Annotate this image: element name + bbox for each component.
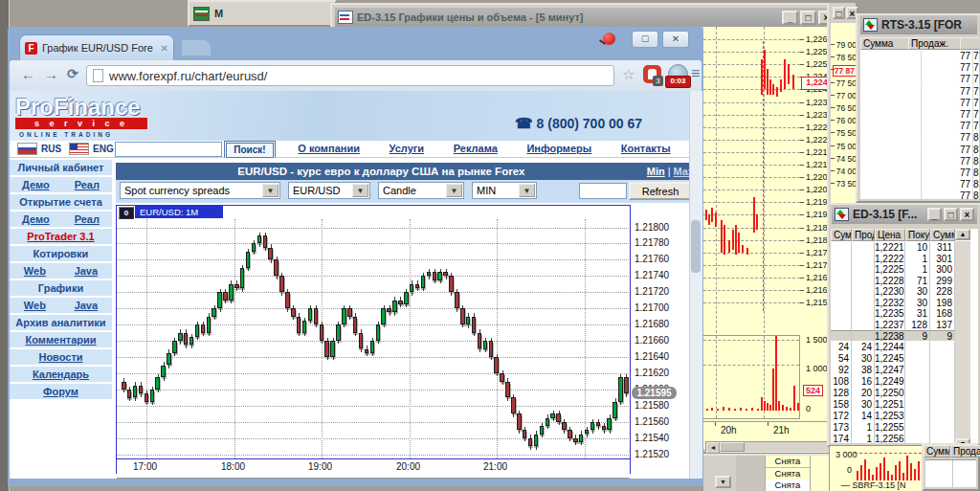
- scroll-thumb[interactable]: [720, 442, 745, 452]
- nav-link[interactable]: Информеры: [526, 143, 591, 154]
- book-cell: 1,2225: [875, 264, 905, 276]
- min-link[interactable]: Min: [647, 166, 665, 177]
- m-window[interactable]: М: [188, 0, 337, 27]
- search-button[interactable]: Поиск!: [224, 141, 276, 160]
- column-header[interactable]: Сумм: [831, 229, 852, 241]
- column-header[interactable]: Цена: [875, 229, 905, 241]
- reload-button[interactable]: ⟳: [67, 66, 78, 81]
- sidebar-item-web-java[interactable]: WebJava: [10, 263, 112, 279]
- chart-section-header: EUR/USD - курс евро к доллару США на рын…: [116, 163, 689, 180]
- browser-restore-button[interactable]: ▢: [632, 31, 658, 48]
- candle: [404, 292, 409, 304]
- rts-chart-strip-window[interactable]: □ × 79 0078 5077 8777 5077 0076 5076 007…: [827, 3, 856, 203]
- tab-close-icon[interactable]: ✕: [161, 43, 168, 54]
- volume-bar: [899, 461, 901, 480]
- sidebar-item-календарь[interactable]: Календарь: [10, 367, 112, 382]
- back-button[interactable]: ←: [21, 66, 35, 82]
- chart-value-input[interactable]: [579, 183, 627, 199]
- mini-book-window[interactable]: СуммПродаж: [922, 443, 980, 491]
- sidebar-item-демо-реал[interactable]: ДемоРеал: [10, 177, 112, 192]
- sidebar-link[interactable]: Реал: [75, 179, 100, 190]
- select-spot-currency-spreads[interactable]: Spot currency spreads▼: [120, 182, 280, 199]
- ed-price-pane: [703, 27, 801, 333]
- search-input[interactable]: [115, 142, 222, 157]
- extension-timer-icon[interactable]: 0:03: [668, 64, 688, 84]
- column-header[interactable]: Продаж: [950, 445, 980, 458]
- bookmark-star-icon[interactable]: ☆: [622, 66, 635, 83]
- book-cell: 1,2222: [875, 254, 905, 265]
- tick-mark: [831, 95, 835, 96]
- maximize-button[interactable]: □: [833, 7, 845, 19]
- close-button[interactable]: ×: [960, 208, 974, 221]
- chart-series-label[interactable]: EUR/USD: 1M: [135, 206, 223, 218]
- gridline: [117, 324, 629, 325]
- nav-link[interactable]: Контакты: [621, 143, 671, 154]
- column-header[interactable]: Сумм: [924, 445, 950, 458]
- refresh-button[interactable]: Refresh: [629, 182, 689, 200]
- ed-horizontal-scrollbar[interactable]: ◄: [705, 441, 840, 453]
- sidebar-link[interactable]: Web: [24, 265, 46, 277]
- select-min[interactable]: MIN▼: [472, 182, 537, 199]
- page-scroll-thumb[interactable]: [691, 220, 701, 273]
- menu-icon[interactable]: ≡: [691, 65, 700, 82]
- dropdown-button[interactable]: ▼: [715, 476, 731, 488]
- sidebar-link[interactable]: Java: [75, 265, 98, 277]
- url-bar[interactable]: www.forexpf.ru/chart/eurusd/: [86, 65, 614, 86]
- sidebar-item-web-java[interactable]: WebJava: [10, 298, 112, 313]
- browser-tab[interactable]: F График EUR/USD Fore ✕: [19, 34, 174, 60]
- nav-link[interactable]: Услуги: [390, 143, 425, 154]
- column-header[interactable]: Сумма: [930, 229, 955, 241]
- gridline: [703, 127, 800, 128]
- minimize-button[interactable]: _: [927, 208, 942, 221]
- rts-book-titlebar[interactable]: RTS-3.15 [FOR: [860, 15, 977, 34]
- browser-pin-icon[interactable]: [595, 31, 620, 47]
- ed-book-table[interactable]: СуммПродЦенаПокупСумма▲▼1,2221103111,222…: [831, 229, 978, 443]
- lang-rus[interactable]: RUS: [17, 143, 61, 155]
- sidebar-link[interactable]: Java: [75, 300, 98, 311]
- max-link[interactable]: Max: [674, 166, 689, 177]
- ed-book-window[interactable]: ED-3.15 [F... _ □ × СуммПродЦенаПокупСум…: [827, 203, 980, 447]
- sidebar-link[interactable]: Web: [24, 300, 46, 311]
- nav-link[interactable]: О компании: [298, 143, 360, 154]
- orders-panel[interactable]: ▼ СнятаСнятаСнята: [703, 454, 829, 491]
- maximize-button[interactable]: □: [944, 208, 958, 221]
- rts-book-window[interactable]: RTS-3.15 [FOR СуммаПродаж.Цена77 777 777…: [856, 13, 980, 203]
- new-tab-button[interactable]: [182, 40, 211, 56]
- sidebar-link[interactable]: Демо: [22, 179, 50, 190]
- sidebar-item-комментарии[interactable]: Комментарии: [10, 332, 112, 347]
- book-scrollbar-track[interactable]: [955, 241, 970, 438]
- scroll-up-arrow[interactable]: ▲: [955, 229, 970, 240]
- select-candle[interactable]: Candle▼: [378, 182, 464, 199]
- page-scrollbar[interactable]: [689, 91, 702, 479]
- sidebar-item-protrader 3.1[interactable]: ProTrader 3.1: [10, 229, 112, 244]
- price-bar: [732, 230, 734, 250]
- candle: [217, 292, 222, 308]
- scroll-left-arrow[interactable]: ◄: [706, 442, 720, 454]
- sidebar-item-форум[interactable]: Форум: [10, 384, 112, 399]
- minimize-button[interactable]: _: [782, 11, 798, 25]
- nav-link[interactable]: Реклама: [454, 143, 498, 154]
- ed-chart-titlebar[interactable]: ED-3.15 Графики цены и объема - [5 минут…: [335, 8, 837, 27]
- candlestick-plot[interactable]: [117, 219, 629, 458]
- sidebar-item-демо-реал[interactable]: ДемоРеал: [10, 212, 112, 227]
- column-header[interactable]: Покуп: [905, 229, 930, 241]
- book-cell: [852, 276, 875, 287]
- rts-book-table[interactable]: СуммаПродаж.Цена77 777 777 777 777 777 7…: [860, 37, 979, 199]
- extension-blocker-icon[interactable]: 3: [643, 65, 661, 83]
- site-logo[interactable]: ProFinance s e r v i c e ONLINE TRADING: [15, 94, 178, 138]
- sidebar-link[interactable]: Демо: [22, 213, 50, 225]
- sidebar-item-новости[interactable]: Новости: [10, 349, 112, 365]
- column-header[interactable]: Прод: [852, 229, 875, 241]
- lang-eng[interactable]: ENG: [69, 143, 114, 155]
- ed-book-titlebar[interactable]: ED-3.15 [F... _ □ ×: [832, 205, 977, 224]
- sidebar-link[interactable]: Реал: [75, 213, 100, 225]
- forward-button[interactable]: →: [44, 66, 58, 82]
- chart-scrollbar[interactable]: [117, 478, 630, 479]
- candle: [398, 301, 403, 304]
- book-cell: 299: [930, 276, 955, 287]
- select-eur-usd[interactable]: EUR/USD▼: [288, 182, 370, 199]
- browser-close-button[interactable]: ✕: [662, 31, 689, 48]
- column-header[interactable]: Цена: [960, 37, 979, 50]
- chart-corner-button[interactable]: 0: [119, 207, 134, 219]
- maximize-button[interactable]: □: [800, 11, 816, 25]
